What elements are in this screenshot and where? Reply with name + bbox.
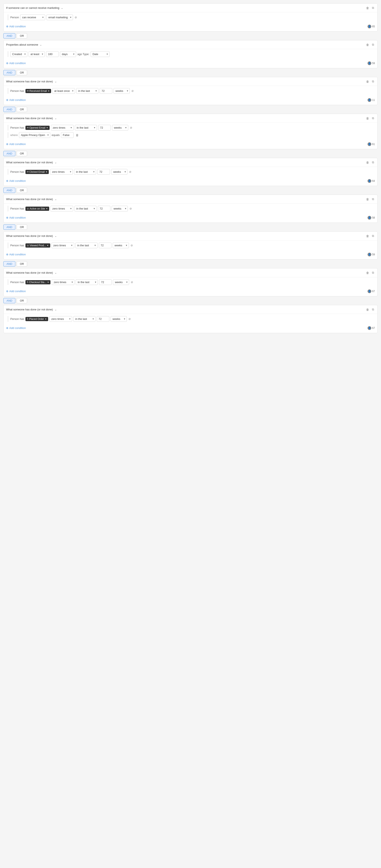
filter-button[interactable]: ⊘ [130,243,133,247]
delete-condition-button[interactable]: 🗑 [365,197,370,202]
type-select[interactable]: DateDateTime [91,51,110,57]
add-condition-button[interactable]: ⊕ Add condition [6,288,26,294]
and-button[interactable]: AND [3,33,16,38]
can-receive-select[interactable]: can receivecannot receive [20,14,45,20]
filter-button[interactable]: ⊘ [130,280,134,284]
timeframe-select[interactable]: in the lastover all timebefore [76,88,98,94]
delete-condition-button[interactable]: 🗑 [365,160,370,164]
add-condition-button[interactable]: ⊕ Add condition [6,215,26,220]
filter-button[interactable]: ⊘ [74,16,77,19]
or-button[interactable]: OR [17,70,27,75]
add-condition-button[interactable]: ⊕ Add condition [6,178,26,184]
timeframe-select[interactable]: in the lastover all timebefore [74,316,95,322]
frequency-select[interactable]: zero timesat least onceat leastexactly [52,279,75,285]
filter-button[interactable]: ⊘ [129,126,133,130]
and-button[interactable]: AND [3,224,16,230]
timeframe-value-input[interactable] [98,206,110,211]
and-button[interactable]: AND [3,298,16,303]
copy-condition-button[interactable]: ⧉ [371,79,375,84]
event-tag[interactable]: SPlaced Order▼ [25,317,48,321]
header-actions-block8: 🗑⧉ [365,271,375,275]
frequency-select[interactable]: zero timesat least onceat leastexactly [52,88,75,94]
delete-where-button[interactable]: 🗑 [75,133,80,137]
copy-condition-button[interactable]: ⧉ [371,234,375,238]
property-value-input[interactable] [46,51,59,57]
event-row: Person has✉Clicked Email▼zero timesat le… [8,169,375,175]
where-value-input[interactable] [61,132,74,138]
and-button[interactable]: AND [3,188,16,193]
event-tag[interactable]: SCheckout Sta...▼ [25,280,51,284]
timeframe-value-input[interactable] [97,169,110,175]
delete-condition-button[interactable]: 🗑 [365,6,370,10]
event-name: Received Email [29,90,47,92]
delete-condition-button[interactable]: 🗑 [365,271,370,275]
unit-select[interactable]: weeksdaysmonths [111,316,127,322]
timeframe-value-input[interactable] [100,88,112,94]
frequency-select[interactable]: zero timesat least onceat leastexactly [50,316,72,322]
unit-select[interactable]: weeksdaysmonths [113,243,129,248]
unit-select[interactable]: daysweeksmonths [60,51,76,57]
and-button[interactable]: AND [3,261,16,267]
or-button[interactable]: OR [17,188,27,193]
and-button[interactable]: AND [3,107,16,112]
marketing-type-select[interactable]: email marketingsms marketing [47,14,73,20]
or-button[interactable]: OR [17,107,27,112]
copy-condition-button[interactable]: ⧉ [371,271,375,275]
event-tag[interactable]: ◎Viewed Prod...▼ [25,243,50,248]
timeframe-select[interactable]: in the lastover all timebefore [76,243,97,248]
delete-condition-button[interactable]: 🗑 [365,308,370,312]
copy-condition-button[interactable]: ⧉ [371,160,375,164]
copy-condition-button[interactable]: ⧉ [371,197,375,202]
event-tag[interactable]: ◎Active on Site▼ [25,207,49,211]
delete-condition-button[interactable]: 🗑 [365,80,370,84]
event-tag[interactable]: ✉Clicked Email▼ [25,170,49,174]
operator-select[interactable]: at leastexactlyat most [29,51,45,57]
or-button[interactable]: OR [17,151,27,156]
and-button[interactable]: AND [3,70,16,75]
filter-button[interactable]: ⊘ [128,317,131,321]
add-condition-button[interactable]: ⊕ Add condition [6,24,26,29]
unit-select[interactable]: weeksdaysmonths [114,88,130,94]
add-condition-button[interactable]: ⊕ Add condition [6,97,26,103]
and-button[interactable]: AND [3,151,16,156]
timeframe-select[interactable]: in the lastover all timebefore [75,206,96,211]
delete-condition-button[interactable]: 🗑 [365,116,370,120]
filter-button[interactable]: ⊘ [131,89,134,93]
or-button[interactable]: OR [17,298,27,303]
frequency-select[interactable]: zero timesat least onceat leastexactly [51,125,74,130]
timeframe-select[interactable]: in the lastover all timebefore [76,279,98,285]
timeframe-select[interactable]: in the lastover all timebefore [75,125,97,130]
unit-select[interactable]: weeksdaysmonths [111,169,127,175]
add-condition-button[interactable]: ⊕ Add condition [6,252,26,257]
condition-title-block9: What someone has done (or not done) [6,308,53,311]
add-condition-button[interactable]: ⊕ Add condition [6,60,26,66]
filter-button[interactable]: ⊘ [129,207,132,211]
delete-condition-button[interactable]: 🗑 [365,234,370,238]
frequency-select[interactable]: zero timesat least onceat leastexactly [52,243,74,248]
unit-select[interactable]: weeksdaysmonths [113,279,129,285]
add-condition-button[interactable]: ⊕ Add condition [6,325,26,331]
timeframe-value-input[interactable] [97,316,109,322]
copy-condition-button[interactable]: ⧉ [371,42,375,47]
or-button[interactable]: OR [17,261,27,267]
frequency-select[interactable]: zero timesat least onceat leastexactly [51,206,73,211]
where-field-select[interactable]: Apple Privacy Open [19,132,50,138]
or-button[interactable]: OR [17,33,27,38]
copy-condition-button[interactable]: ⧉ [371,307,375,312]
unit-select[interactable]: weeksdaysmonths [112,206,128,211]
copy-condition-button[interactable]: ⧉ [371,116,375,120]
copy-condition-button[interactable]: ⧉ [371,6,375,10]
delete-condition-button[interactable]: 🗑 [365,43,370,47]
add-condition-button[interactable]: ⊕ Add condition [6,141,26,147]
event-tag[interactable]: ✉Opened Email▼ [25,126,50,130]
timeframe-value-input[interactable] [99,279,112,285]
timeframe-value-input[interactable] [99,243,112,248]
event-tag[interactable]: ✉Received Email▼ [25,89,51,93]
timeframe-value-input[interactable] [98,125,111,130]
timeframe-select[interactable]: in the lastover all timebefore [74,169,96,175]
unit-select[interactable]: weeksdaysmonths [112,125,128,130]
property-field-select[interactable]: Created [10,51,27,57]
filter-button[interactable]: ⊘ [129,170,132,174]
frequency-select[interactable]: zero timesat least onceat leastexactly [50,169,73,175]
or-button[interactable]: OR [17,224,27,230]
